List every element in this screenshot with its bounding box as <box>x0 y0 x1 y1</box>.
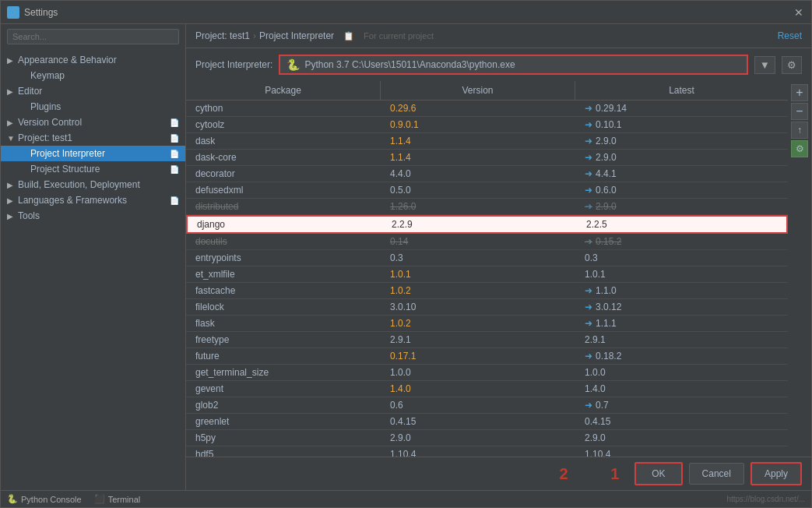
settings-button[interactable]: ⚙ <box>791 140 808 157</box>
annotation-1: 1 <box>610 465 619 483</box>
package-name: get_terminal_size <box>186 365 381 380</box>
status-bar: 🐍 Python Console ⬛ Terminal https://blog… <box>1 490 811 507</box>
package-name: flask <box>186 316 381 331</box>
arrow-icon: ▶ <box>7 196 18 205</box>
table-row[interactable]: dask 1.1.4 ➜2.9.0 <box>186 133 788 150</box>
sidebar-item-plugins[interactable]: Plugins <box>1 99 185 115</box>
arrow-icon: ▼ <box>7 134 18 143</box>
package-name: hdf5 <box>186 446 381 457</box>
package-latest: ➜2.9.0 <box>575 199 788 214</box>
package-version: 1.0.0 <box>381 365 575 380</box>
python-console-tab[interactable]: 🐍 Python Console <box>7 494 82 504</box>
table-row[interactable]: et_xmlfile 1.0.1 1.0.1 <box>186 266 788 283</box>
package-version: 1.26.0 <box>381 199 575 214</box>
package-name: distributed <box>186 199 381 214</box>
package-latest: ➜0.18.2 <box>575 348 788 364</box>
table-row[interactable]: entrypoints 0.3 0.3 <box>186 250 788 266</box>
table-row[interactable]: glob2 0.6 ➜0.7 <box>186 397 788 414</box>
package-version: 0.5.0 <box>381 182 575 198</box>
package-latest: 1.0.0 <box>575 365 788 380</box>
sidebar-item-version-control[interactable]: ▶ Version Control 📄 <box>1 115 185 130</box>
terminal-tab[interactable]: ⬛ Terminal <box>94 494 141 504</box>
title-bar-left: Settings <box>7 6 58 19</box>
package-version: 1.0.2 <box>381 283 575 298</box>
sidebar-item-languages-frameworks[interactable]: ▶ Languages & Frameworks 📄 <box>1 192 185 208</box>
table-row[interactable]: flask 1.0.2 ➜1.1.1 <box>186 316 788 332</box>
package-name: django <box>188 217 382 232</box>
package-version: 2.9.0 <box>381 430 575 446</box>
up-button[interactable]: ↑ <box>791 122 808 139</box>
package-name: entrypoints <box>186 250 381 266</box>
package-latest: 0.3 <box>575 250 788 266</box>
doc-icon: 📄 <box>170 196 179 205</box>
package-latest: 2.2.5 <box>577 217 786 232</box>
reset-button[interactable]: Reset <box>778 30 802 41</box>
package-version: 0.9.0.1 <box>381 117 575 132</box>
interpreter-selector[interactable]: 🐍 Python 3.7 C:\Users\15011\Anaconda3\py… <box>279 55 747 75</box>
package-version: 0.6 <box>381 397 575 413</box>
package-latest: ➜1.1.1 <box>575 316 788 331</box>
bottom-bar: 2 1 OK Cancel Apply <box>186 457 811 490</box>
sidebar-item-project-interpreter[interactable]: Project Interpreter 📄 <box>1 146 185 161</box>
sidebar-item-label: Build, Execution, Deployment <box>18 179 140 190</box>
cancel-button[interactable]: Cancel <box>689 463 744 485</box>
add-package-button[interactable]: + <box>791 84 808 101</box>
window-title: Settings <box>24 7 58 18</box>
package-name: et_xmlfile <box>186 266 381 282</box>
package-latest: ➜0.6.0 <box>575 182 788 198</box>
doc-icon: 📄 <box>170 165 179 174</box>
table-row[interactable]: get_terminal_size 1.0.0 1.0.0 <box>186 365 788 381</box>
arrow-icon: ▶ <box>7 181 18 189</box>
python-console-label: Python Console <box>21 495 82 504</box>
search-input[interactable] <box>7 29 179 44</box>
table-row[interactable]: h5py 2.9.0 2.9.0 <box>186 430 788 446</box>
interpreter-settings-button[interactable]: ⚙ <box>782 56 802 74</box>
sidebar-item-project-test1[interactable]: ▼ Project: test1 📄 <box>1 130 185 146</box>
table-row[interactable]: future 0.17.1 ➜0.18.2 <box>186 348 788 365</box>
package-version: 0.29.6 <box>381 101 575 116</box>
package-latest: 1.10.4 <box>575 446 788 457</box>
sidebar-item-label: Keymap <box>30 70 65 81</box>
close-button[interactable]: ✕ <box>793 6 805 19</box>
table-row[interactable]: cython 0.29.6 ➜0.29.14 <box>186 101 788 117</box>
table-row[interactable]: docutils 0.14 ➜0.15.2 <box>186 234 788 250</box>
apply-button[interactable]: Apply <box>750 462 802 485</box>
table-row[interactable]: filelock 3.0.10 ➜3.0.12 <box>186 299 788 316</box>
table-row-django[interactable]: django 2.2.9 2.2.5 <box>186 215 788 234</box>
terminal-icon: ⬛ <box>94 494 105 504</box>
annotation-2: 2 <box>559 465 568 483</box>
interpreter-dropdown-button[interactable]: ▼ <box>754 56 775 74</box>
packages-table: Package Version Latest cython 0.29.6 ➜0.… <box>186 81 788 457</box>
table-row[interactable]: decorator 4.4.0 ➜4.4.1 <box>186 166 788 182</box>
table-row[interactable]: fastcache 1.0.2 ➜1.1.0 <box>186 283 788 299</box>
sidebar-item-appearance-behavior[interactable]: ▶ Appearance & Behavior <box>1 52 185 68</box>
remove-package-button[interactable]: − <box>791 103 808 120</box>
sidebar-item-build-execution[interactable]: ▶ Build, Execution, Deployment <box>1 177 185 192</box>
package-latest: ➜2.9.0 <box>575 150 788 165</box>
column-package: Package <box>186 81 381 100</box>
ok-button[interactable]: OK <box>634 462 682 485</box>
table-row[interactable]: distributed 1.26.0 ➜2.9.0 <box>186 199 788 215</box>
package-latest: ➜3.0.12 <box>575 299 788 315</box>
table-row[interactable]: defusedxml 0.5.0 ➜0.6.0 <box>186 182 788 199</box>
arrow-icon: ▶ <box>7 87 18 96</box>
terminal-label: Terminal <box>108 495 141 504</box>
package-name: dask-core <box>186 150 381 165</box>
table-row[interactable]: greenlet 0.4.15 0.4.15 <box>186 414 788 430</box>
sidebar-item-project-structure[interactable]: Project Structure 📄 <box>1 161 185 177</box>
table-row[interactable]: freetype 2.9.1 2.9.1 <box>186 332 788 348</box>
sidebar-item-editor[interactable]: ▶ Editor <box>1 83 185 99</box>
table-row[interactable]: hdf5 1.10.4 1.10.4 <box>186 446 788 457</box>
table-row[interactable]: dask-core 1.1.4 ➜2.9.0 <box>186 150 788 166</box>
breadcrumb-note: For current project <box>364 31 434 41</box>
table-row[interactable]: cytoolz 0.9.0.1 ➜0.10.1 <box>186 117 788 133</box>
breadcrumb-separator: › <box>253 30 256 41</box>
table-row[interactable]: gevent 1.4.0 1.4.0 <box>186 381 788 397</box>
sidebar-item-keymap[interactable]: Keymap <box>1 68 185 83</box>
package-name: gevent <box>186 381 381 397</box>
sidebar: ▶ Appearance & Behavior Keymap ▶ Editor <box>1 24 186 490</box>
interpreter-label: Project Interpreter: <box>195 59 272 70</box>
doc-icon: 📄 <box>170 134 179 143</box>
sidebar-item-tools[interactable]: ▶ Tools <box>1 208 185 224</box>
search-box <box>1 24 185 49</box>
